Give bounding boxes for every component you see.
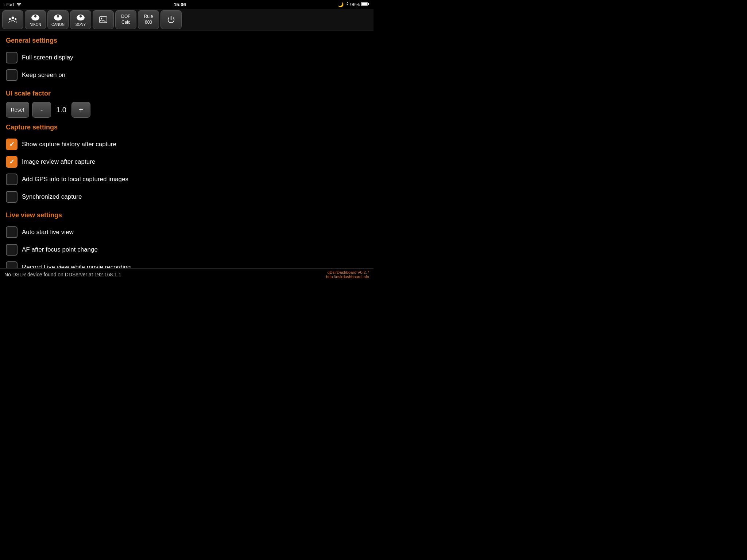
scale-controls: Reset - 1.0 +	[6, 102, 368, 118]
device-label: iPad	[4, 2, 14, 7]
scale-value: 1.0	[54, 106, 69, 114]
gps-info-label: Add GPS info to local captured images	[22, 176, 128, 183]
dof-calc-label: DOFCalc	[121, 14, 130, 25]
moon-icon: 🌙	[338, 2, 344, 7]
svg-rect-2	[368, 3, 369, 5]
record-liveview-label: Record Live view while movie recording	[22, 264, 131, 268]
uiscale-header: UI scale factor	[6, 90, 368, 97]
image-review-label: Image review after capture	[22, 158, 95, 166]
fullscreen-label: Full screen display	[22, 54, 73, 61]
keepscreen-checkbox[interactable]	[6, 69, 18, 81]
scale-plus-button[interactable]: +	[71, 102, 90, 118]
bluetooth-icon	[345, 1, 349, 8]
liveview-settings-header: Live view settings	[6, 211, 368, 219]
status-bar: iPad 15:06 🌙 96%	[0, 0, 374, 9]
gps-info-row: Add GPS info to local captured images	[6, 171, 368, 188]
auto-liveview-checkbox[interactable]	[6, 226, 18, 238]
status-right: 🌙 96%	[338, 1, 369, 8]
svg-point-7	[101, 18, 102, 19]
battery-icon	[361, 2, 369, 7]
sony-label: SONY	[76, 23, 86, 27]
record-liveview-row: Record Live view while movie recording	[6, 258, 368, 268]
wifi-icon	[16, 1, 22, 8]
keepscreen-label: Keep screen on	[22, 71, 65, 79]
svg-point-5	[15, 18, 16, 20]
app-url-link[interactable]: http://dslrdashboard.info	[326, 275, 369, 279]
canon-button[interactable]: CANON	[47, 10, 69, 29]
svg-rect-6	[100, 17, 107, 23]
status-time: 15:06	[174, 2, 186, 7]
record-liveview-checkbox[interactable]	[6, 261, 18, 268]
svg-point-3	[12, 16, 14, 19]
fullscreen-row: Full screen display	[6, 49, 368, 66]
af-focus-label: AF after focus point change	[22, 246, 98, 253]
gps-info-checkbox[interactable]	[6, 174, 18, 185]
status-left: iPad	[4, 1, 22, 8]
power-button[interactable]	[160, 10, 182, 29]
af-focus-checkbox[interactable]	[6, 244, 18, 256]
gallery-button[interactable]	[93, 10, 114, 29]
image-review-row: Image review after capture	[6, 153, 368, 171]
sony-button[interactable]: SONY	[70, 10, 91, 29]
scale-minus-button[interactable]: -	[32, 102, 51, 118]
capture-history-checkbox[interactable]	[6, 139, 18, 150]
keepscreen-row: Keep screen on	[6, 66, 368, 84]
rule600-button[interactable]: Rule600	[138, 10, 159, 29]
image-review-checkbox[interactable]	[6, 156, 18, 168]
dof-calc-button[interactable]: DOFCalc	[115, 10, 136, 29]
sync-capture-label: Synchronized capture	[22, 193, 82, 201]
fullscreen-checkbox[interactable]	[6, 52, 18, 63]
capture-settings-header: Capture settings	[6, 124, 368, 131]
svg-rect-1	[362, 2, 368, 5]
battery-percent: 96%	[350, 2, 360, 7]
app-version-link[interactable]: qDslrDashboard V0.2.7	[328, 270, 369, 275]
sync-capture-checkbox[interactable]	[6, 191, 18, 203]
sync-capture-row: Synchronized capture	[6, 188, 368, 206]
capture-history-row: Show capture history after capture	[6, 136, 368, 153]
settings-content: General settings Full screen display Kee…	[0, 31, 374, 268]
auto-liveview-label: Auto start live view	[22, 229, 74, 236]
toolbar: NIKON CANON SONY DOFCalc	[0, 9, 374, 31]
af-focus-row: AF after focus point change	[6, 241, 368, 258]
general-settings-header: General settings	[6, 37, 368, 44]
capture-history-label: Show capture history after capture	[22, 141, 116, 148]
auto-liveview-row: Auto start live view	[6, 223, 368, 241]
canon-label: CANON	[51, 23, 65, 27]
svg-point-4	[9, 18, 11, 20]
rule600-label: Rule600	[144, 14, 153, 25]
scale-reset-button[interactable]: Reset	[6, 102, 29, 118]
nikon-button[interactable]: NIKON	[25, 10, 46, 29]
bottom-bar: No DSLR device found on DDServer at 192.…	[0, 268, 374, 280]
devices-button[interactable]	[2, 10, 23, 29]
bottom-status-text: No DSLR device found on DDServer at 192.…	[4, 272, 121, 277]
nikon-label: NIKON	[30, 23, 41, 27]
bottom-links: qDslrDashboard V0.2.7 http://dslrdashboa…	[326, 270, 369, 279]
